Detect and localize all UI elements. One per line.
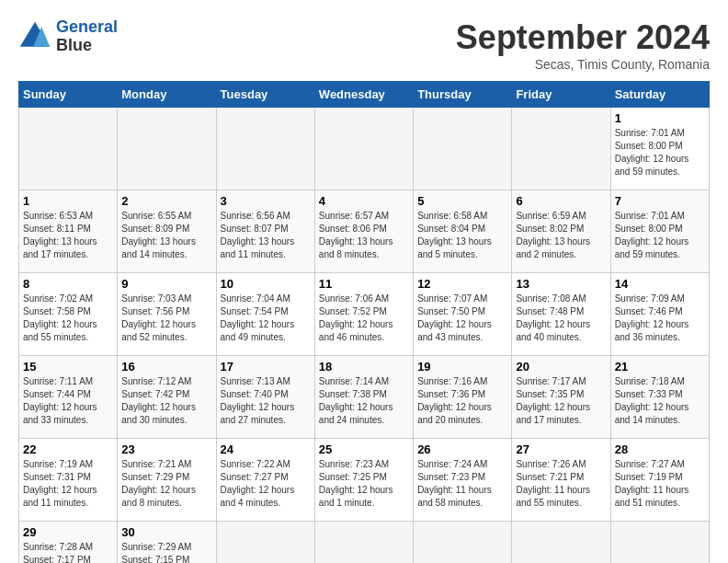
day-number: 2 <box>121 194 211 208</box>
day-number: 27 <box>516 442 606 456</box>
day-number: 7 <box>615 194 705 208</box>
day-number: 5 <box>417 194 507 208</box>
day-info: Sunrise: 7:07 AMSunset: 7:50 PMDaylight:… <box>417 293 507 344</box>
calendar-day-cell <box>314 522 413 564</box>
calendar-day-cell: 8Sunrise: 7:02 AMSunset: 7:58 PMDaylight… <box>19 273 118 356</box>
calendar-day-cell: 21Sunrise: 7:18 AMSunset: 7:33 PMDayligh… <box>610 356 709 439</box>
calendar-day-cell <box>314 108 413 190</box>
calendar-day-cell: 17Sunrise: 7:13 AMSunset: 7:40 PMDayligh… <box>216 356 314 439</box>
calendar-day-header: Friday <box>512 82 610 108</box>
day-info: Sunrise: 6:59 AMSunset: 8:02 PMDaylight:… <box>516 210 606 261</box>
day-number: 3 <box>221 194 311 208</box>
day-number: 17 <box>221 360 311 373</box>
calendar-day-cell: 1Sunrise: 7:01 AMSunset: 8:00 PMDaylight… <box>610 108 709 190</box>
day-number: 14 <box>615 277 705 291</box>
day-info: Sunrise: 6:58 AMSunset: 8:04 PMDaylight:… <box>417 210 507 261</box>
day-info: Sunrise: 7:16 AMSunset: 7:36 PMDaylight:… <box>417 375 507 427</box>
calendar-day-cell: 4Sunrise: 6:57 AMSunset: 8:06 PMDaylight… <box>314 190 413 273</box>
calendar-day-header: Saturday <box>610 82 709 108</box>
calendar-day-cell <box>216 108 314 190</box>
calendar-day-cell: 27Sunrise: 7:26 AMSunset: 7:21 PMDayligh… <box>512 439 610 522</box>
month-title: September 2024 <box>456 18 710 57</box>
calendar-day-cell <box>414 108 512 190</box>
calendar-day-header: Sunday <box>19 82 118 108</box>
day-info: Sunrise: 7:01 AMSunset: 8:00 PMDaylight:… <box>615 210 705 261</box>
day-number: 24 <box>221 442 311 456</box>
logo-text: General Blue <box>56 18 118 55</box>
calendar-day-header: Wednesday <box>314 82 413 108</box>
day-number: 11 <box>319 277 409 291</box>
calendar-week-row: 29Sunrise: 7:28 AMSunset: 7:17 PMDayligh… <box>19 522 710 564</box>
logo: General Blue <box>18 18 118 55</box>
day-number: 10 <box>221 277 311 291</box>
calendar-day-cell: 23Sunrise: 7:21 AMSunset: 7:29 PMDayligh… <box>118 439 216 522</box>
calendar-header-row: SundayMondayTuesdayWednesdayThursdayFrid… <box>19 82 710 108</box>
calendar-week-row: 1Sunrise: 6:53 AMSunset: 8:11 PMDaylight… <box>19 190 710 273</box>
day-number: 16 <box>121 360 211 373</box>
day-info: Sunrise: 7:04 AMSunset: 7:54 PMDaylight:… <box>221 293 311 344</box>
day-info: Sunrise: 7:29 AMSunset: 7:15 PMDaylight:… <box>121 541 211 563</box>
calendar-day-cell <box>512 522 610 564</box>
calendar-day-cell: 3Sunrise: 6:56 AMSunset: 8:07 PMDaylight… <box>216 190 314 273</box>
calendar-day-cell: 1Sunrise: 6:53 AMSunset: 8:11 PMDaylight… <box>19 190 118 273</box>
day-number: 28 <box>615 442 705 456</box>
day-number: 13 <box>516 277 606 291</box>
day-number: 29 <box>23 525 113 539</box>
day-number: 20 <box>516 360 606 373</box>
calendar-day-cell: 26Sunrise: 7:24 AMSunset: 7:23 PMDayligh… <box>414 439 512 522</box>
calendar-day-cell: 20Sunrise: 7:17 AMSunset: 7:35 PMDayligh… <box>512 356 610 439</box>
calendar-table: SundayMondayTuesdayWednesdayThursdayFrid… <box>18 81 710 563</box>
calendar-week-row: 1Sunrise: 7:01 AMSunset: 8:00 PMDaylight… <box>19 108 710 190</box>
day-info: Sunrise: 7:02 AMSunset: 7:58 PMDaylight:… <box>23 293 113 344</box>
day-info: Sunrise: 7:11 AMSunset: 7:44 PMDaylight:… <box>23 375 113 427</box>
day-info: Sunrise: 7:26 AMSunset: 7:21 PMDaylight:… <box>516 458 606 510</box>
calendar-day-cell <box>118 108 216 190</box>
day-info: Sunrise: 7:03 AMSunset: 7:56 PMDaylight:… <box>121 293 211 344</box>
day-info: Sunrise: 7:01 AMSunset: 8:00 PMDaylight:… <box>615 127 705 178</box>
day-info: Sunrise: 7:17 AMSunset: 7:35 PMDaylight:… <box>516 375 606 427</box>
location-subtitle: Secas, Timis County, Romania <box>456 57 710 72</box>
calendar-day-cell: 13Sunrise: 7:08 AMSunset: 7:48 PMDayligh… <box>512 273 610 356</box>
calendar-day-cell: 18Sunrise: 7:14 AMSunset: 7:38 PMDayligh… <box>314 356 413 439</box>
calendar-day-header: Tuesday <box>216 82 314 108</box>
day-number: 21 <box>615 360 705 373</box>
page-header: General Blue September 2024 Secas, Timis… <box>18 18 710 72</box>
day-info: Sunrise: 7:27 AMSunset: 7:19 PMDaylight:… <box>615 458 705 510</box>
day-number: 30 <box>121 525 211 539</box>
day-number: 26 <box>417 442 507 456</box>
calendar-day-cell <box>19 108 118 190</box>
day-number: 15 <box>23 360 113 373</box>
calendar-day-cell: 25Sunrise: 7:23 AMSunset: 7:25 PMDayligh… <box>314 439 413 522</box>
calendar-day-cell: 10Sunrise: 7:04 AMSunset: 7:54 PMDayligh… <box>216 273 314 356</box>
day-info: Sunrise: 7:12 AMSunset: 7:42 PMDaylight:… <box>121 375 211 427</box>
calendar-day-cell <box>216 522 314 564</box>
day-number: 1 <box>615 111 705 125</box>
day-number: 9 <box>121 277 211 291</box>
day-info: Sunrise: 7:08 AMSunset: 7:48 PMDaylight:… <box>516 293 606 344</box>
calendar-day-cell: 24Sunrise: 7:22 AMSunset: 7:27 PMDayligh… <box>216 439 314 522</box>
day-number: 4 <box>319 194 409 208</box>
day-number: 12 <box>417 277 507 291</box>
calendar-day-cell <box>610 522 709 564</box>
day-info: Sunrise: 7:19 AMSunset: 7:31 PMDaylight:… <box>23 458 113 510</box>
calendar-day-cell: 5Sunrise: 6:58 AMSunset: 8:04 PMDaylight… <box>414 190 512 273</box>
calendar-day-cell <box>512 108 610 190</box>
calendar-day-cell: 14Sunrise: 7:09 AMSunset: 7:46 PMDayligh… <box>610 273 709 356</box>
calendar-day-cell: 30Sunrise: 7:29 AMSunset: 7:15 PMDayligh… <box>118 522 216 564</box>
day-info: Sunrise: 6:57 AMSunset: 8:06 PMDaylight:… <box>319 210 409 261</box>
day-number: 18 <box>319 360 409 373</box>
calendar-week-row: 8Sunrise: 7:02 AMSunset: 7:58 PMDaylight… <box>19 273 710 356</box>
calendar-day-cell: 12Sunrise: 7:07 AMSunset: 7:50 PMDayligh… <box>414 273 512 356</box>
calendar-day-cell: 22Sunrise: 7:19 AMSunset: 7:31 PMDayligh… <box>19 439 118 522</box>
calendar-day-cell: 19Sunrise: 7:16 AMSunset: 7:36 PMDayligh… <box>414 356 512 439</box>
day-number: 19 <box>417 360 507 373</box>
day-info: Sunrise: 6:53 AMSunset: 8:11 PMDaylight:… <box>23 210 113 261</box>
calendar-day-cell: 6Sunrise: 6:59 AMSunset: 8:02 PMDaylight… <box>512 190 610 273</box>
calendar-day-cell: 9Sunrise: 7:03 AMSunset: 7:56 PMDaylight… <box>118 273 216 356</box>
day-info: Sunrise: 7:21 AMSunset: 7:29 PMDaylight:… <box>121 458 211 510</box>
calendar-day-cell: 7Sunrise: 7:01 AMSunset: 8:00 PMDaylight… <box>610 190 709 273</box>
day-info: Sunrise: 7:22 AMSunset: 7:27 PMDaylight:… <box>221 458 311 510</box>
day-info: Sunrise: 7:23 AMSunset: 7:25 PMDaylight:… <box>319 458 409 510</box>
calendar-day-cell: 28Sunrise: 7:27 AMSunset: 7:19 PMDayligh… <box>610 439 709 522</box>
calendar-day-cell: 29Sunrise: 7:28 AMSunset: 7:17 PMDayligh… <box>19 522 118 564</box>
